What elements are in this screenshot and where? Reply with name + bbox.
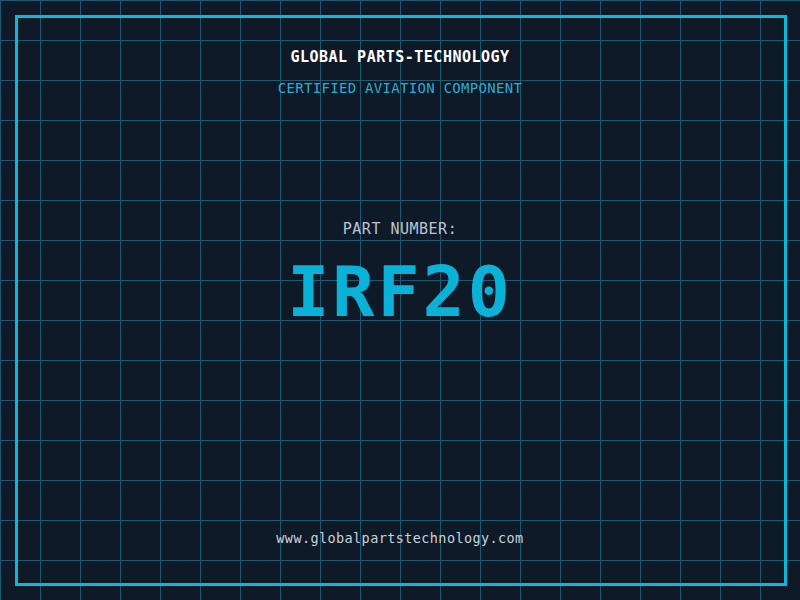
- certificate-placard: GLOBAL PARTS-TECHNOLOGY CERTIFIED AVIATI…: [0, 0, 800, 600]
- part-number-value: IRF20: [0, 255, 800, 329]
- certification-subtitle: CERTIFIED AVIATION COMPONENT: [0, 80, 800, 96]
- part-number-label: PART NUMBER:: [0, 220, 800, 238]
- website-url: www.globalpartstechnology.com: [0, 530, 800, 546]
- company-title: GLOBAL PARTS-TECHNOLOGY: [0, 48, 800, 66]
